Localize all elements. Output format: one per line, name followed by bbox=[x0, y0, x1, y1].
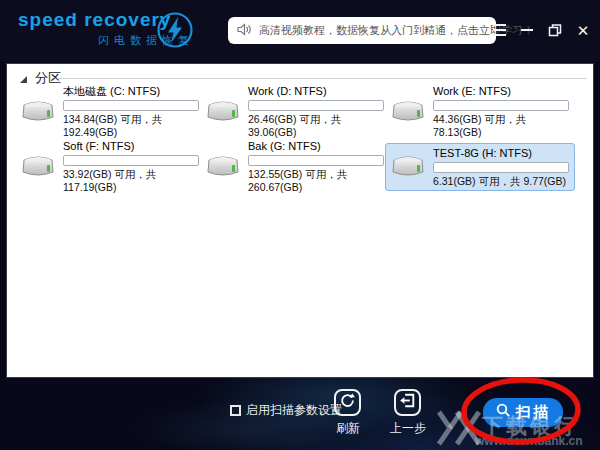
scan-settings-checkbox[interactable]: 启用扫描参数设置 bbox=[230, 402, 342, 419]
drive-usage-bar bbox=[248, 155, 384, 166]
back-exit-icon bbox=[399, 392, 416, 413]
drive-item-d[interactable]: Work (D: NTFS) 26.46(GB) 可用，共 39.06(GB) bbox=[200, 88, 385, 136]
drive-usage-bar bbox=[433, 100, 569, 111]
drive-item-h-selected[interactable]: TEST-8G (H: NTFS) 6.31(GB) 可用，共 9.77(GB) bbox=[385, 143, 575, 191]
search-icon bbox=[496, 403, 511, 422]
title-bar: speed recovery 闪电数据恢复 高清视频教程，数据恢复从入门到精通，… bbox=[0, 0, 600, 62]
hard-drive-icon bbox=[20, 150, 58, 184]
drive-usage-bar bbox=[63, 155, 199, 166]
window-controls: ✕ bbox=[490, 22, 592, 38]
drive-item-f[interactable]: Soft (F: NTFS) 33.92(GB) 可用，共 117.19(GB) bbox=[15, 143, 200, 191]
partition-panel: 分区 本地磁盘 (C: NTFS) 134.84(GB) 可用，共 192.49… bbox=[6, 63, 594, 378]
maximize-icon[interactable] bbox=[546, 22, 564, 38]
drive-usage-text: 134.84(GB) 可用，共 192.49(GB) bbox=[63, 113, 199, 139]
menu-icon[interactable] bbox=[490, 22, 508, 38]
drive-item-c[interactable]: 本地磁盘 (C: NTFS) 134.84(GB) 可用，共 192.49(GB… bbox=[15, 88, 200, 136]
drive-name: 本地磁盘 (C: NTFS) bbox=[63, 85, 199, 98]
drive-name: Work (D: NTFS) bbox=[248, 85, 384, 98]
checkbox-icon[interactable] bbox=[230, 405, 241, 416]
lightning-icon bbox=[156, 11, 194, 53]
hard-drive-icon bbox=[205, 95, 243, 129]
drive-name: Work (E: NTFS) bbox=[433, 85, 570, 98]
speaker-icon bbox=[237, 22, 252, 40]
drive-list: 本地磁盘 (C: NTFS) 134.84(GB) 可用，共 192.49(GB… bbox=[15, 88, 575, 191]
scan-button-label: 扫描 bbox=[516, 403, 550, 422]
refresh-button[interactable] bbox=[334, 389, 361, 416]
collapse-triangle-icon[interactable] bbox=[20, 76, 27, 83]
drive-usage-text: 6.31(GB) 可用，共 9.77(GB) bbox=[433, 175, 569, 188]
drive-item-e[interactable]: Work (E: NTFS) 44.36(GB) 可用，共 78.13(GB) bbox=[385, 88, 575, 136]
drive-usage-text: 132.55(GB) 可用，共 260.67(GB) bbox=[248, 168, 384, 194]
partition-section-header: 分区 bbox=[20, 69, 61, 87]
watermark-url: www.downbank.cn bbox=[475, 434, 583, 448]
drive-usage-bar bbox=[433, 162, 569, 173]
drive-usage-text: 33.92(GB) 可用，共 117.19(GB) bbox=[63, 168, 199, 194]
watermark-logo-icon bbox=[437, 406, 481, 450]
drive-usage-bar bbox=[248, 100, 384, 111]
drive-usage-bar bbox=[63, 100, 199, 111]
refresh-icon bbox=[339, 392, 356, 413]
drive-name: TEST-8G (H: NTFS) bbox=[433, 147, 569, 160]
promo-banner[interactable]: 高清视频教程，数据恢复从入门到精通，点击立即学习！ bbox=[228, 17, 496, 44]
back-button-label: 上一步 bbox=[384, 420, 432, 437]
back-button[interactable] bbox=[394, 389, 421, 416]
drive-usage-text: 26.46(GB) 可用，共 39.06(GB) bbox=[248, 113, 384, 139]
drive-name: Soft (F: NTFS) bbox=[63, 140, 199, 153]
hard-drive-icon bbox=[390, 150, 428, 184]
drive-name: Bak (G: NTFS) bbox=[248, 140, 384, 153]
hard-drive-icon bbox=[205, 150, 243, 184]
drive-usage-text: 44.36(GB) 可用，共 78.13(GB) bbox=[433, 113, 570, 139]
drive-item-g[interactable]: Bak (G: NTFS) 132.55(GB) 可用，共 260.67(GB) bbox=[200, 143, 385, 191]
scan-settings-label: 启用扫描参数设置 bbox=[246, 402, 342, 419]
close-icon[interactable]: ✕ bbox=[574, 22, 592, 38]
scan-button[interactable]: 扫描 bbox=[483, 398, 563, 427]
minimize-icon[interactable] bbox=[518, 22, 536, 38]
refresh-button-label: 刷新 bbox=[324, 420, 372, 437]
section-divider bbox=[57, 78, 587, 79]
hard-drive-icon bbox=[20, 95, 58, 129]
bottom-toolbar: 启用扫描参数设置 刷新 上一步 扫描 bbox=[0, 378, 600, 450]
hard-drive-icon bbox=[390, 95, 428, 129]
